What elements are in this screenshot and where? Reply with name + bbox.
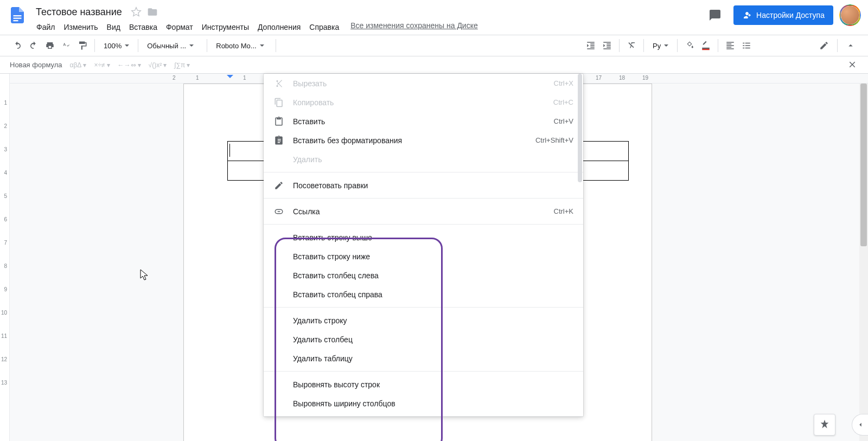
ctx-удалить-таблицу[interactable]: Удалить таблицу [264, 349, 583, 368]
svg-rect-3 [702, 49, 710, 50]
indent-marker-icon[interactable] [227, 75, 233, 81]
ctx-item-label: Копировать [293, 98, 334, 107]
eq-arrows-dropdown[interactable]: ←→⇔ ▾ [118, 61, 141, 69]
ctx-посоветовать-правки[interactable]: Посоветовать правки [264, 176, 583, 195]
eq-operators-dropdown[interactable]: ×÷≠ ▾ [94, 61, 110, 69]
mouse-cursor-icon [140, 269, 150, 281]
vertical-scrollbar[interactable] [859, 84, 868, 441]
ctx-item-label: Выровнять ширину столбцов [293, 399, 395, 408]
share-button-label: Настройки Доступа [756, 11, 825, 20]
toolbar: 100% Обычный ... Roboto Mo... Ру [0, 35, 868, 56]
menu-insert[interactable]: Вставка [125, 21, 161, 34]
ctx-вставить-столбец-слева[interactable]: Вставить столбец слева [264, 266, 583, 285]
cut-icon [273, 78, 284, 89]
star-icon[interactable] [131, 7, 142, 17]
edit-suggest-icon [273, 180, 284, 191]
line-spacing-button[interactable] [739, 38, 754, 53]
ctx-item-label: Удалить таблицу [293, 354, 353, 363]
collapse-toolbar-button[interactable] [843, 38, 858, 53]
zoom-dropdown[interactable]: 100% [99, 38, 133, 53]
menu-format[interactable]: Формат [162, 21, 197, 34]
close-equation-bar-button[interactable] [847, 60, 857, 71]
ctx-копировать: КопироватьCtrl+C [264, 93, 583, 112]
share-button[interactable]: Настройки Доступа [733, 5, 833, 25]
equation-label[interactable]: Новая формула [10, 61, 62, 69]
ctx-item-label: Вставить столбец слева [293, 271, 379, 280]
fill-color-button[interactable] [682, 38, 697, 53]
font-dropdown[interactable]: Roboto Mo... [212, 38, 271, 53]
indent-increase-button[interactable] [599, 38, 615, 53]
ctx-удалить-столбец[interactable]: Удалить столбец [264, 330, 583, 349]
ctx-shortcut: Ctrl+X [554, 79, 573, 87]
ctx-item-label: Вставить строку ниже [293, 252, 370, 261]
eq-calculus-dropdown[interactable]: ∫∑π ▾ [174, 61, 190, 69]
ctx-shortcut: Ctrl+Shift+V [535, 136, 573, 144]
explore-button[interactable] [814, 414, 835, 436]
menu-tools[interactable]: Инструменты [198, 21, 253, 34]
ctx-вырезать: ВырезатьCtrl+X [264, 74, 583, 93]
ctx-item-label: Посоветовать правки [293, 181, 368, 190]
svg-rect-1 [14, 18, 22, 19]
header: Тестовое название Файл Изменить Вид Вста… [0, 0, 868, 35]
ctx-удалить: Удалить [264, 150, 583, 169]
context-menu-scrollbar[interactable] [577, 74, 583, 417]
ctx-item-label: Вставить столбец справа [293, 290, 382, 299]
align-button[interactable] [723, 38, 738, 53]
ctx-вставить-столбец-справа[interactable]: Вставить столбец справа [264, 285, 583, 304]
undo-button[interactable] [10, 38, 25, 53]
context-menu: ВырезатьCtrl+XКопироватьCtrl+CВставитьCt… [264, 74, 583, 417]
paint-format-button[interactable] [75, 38, 90, 53]
vertical-ruler[interactable]: 1 2 3 4 5 6 7 8 9 10 11 12 13 [0, 74, 10, 441]
spellcheck-button[interactable] [59, 38, 74, 53]
ctx-удалить-строку[interactable]: Удалить строку [264, 311, 583, 330]
print-button[interactable] [42, 38, 58, 53]
menubar: Файл Изменить Вид Вставка Формат Инструм… [33, 21, 343, 34]
ctx-item-label: Выровнять высоту строк [293, 380, 380, 389]
ctx-item-label: Вставить без форматирования [293, 136, 402, 145]
ctx-shortcut: Ctrl+K [554, 207, 573, 215]
indent-decrease-button[interactable] [583, 38, 598, 53]
docs-logo-icon[interactable] [7, 4, 28, 26]
ctx-вставить-строку-ниже[interactable]: Вставить строку ниже [264, 247, 583, 266]
text-cursor [229, 144, 230, 157]
ctx-ссылка[interactable]: СсылкаCtrl+K [264, 202, 583, 221]
menu-file[interactable]: Файл [33, 21, 59, 34]
ctx-вставить[interactable]: ВставитьCtrl+V [264, 112, 583, 131]
menu-edit[interactable]: Изменить [60, 21, 101, 34]
copy-icon [273, 97, 284, 108]
title-area: Тестовое название Файл Изменить Вид Вста… [33, 4, 343, 34]
save-status-link[interactable]: Все изменения сохранены на Диске [350, 21, 478, 30]
document-title[interactable]: Тестовое название [33, 4, 125, 20]
border-color-button[interactable] [698, 38, 713, 53]
editing-mode-button[interactable] [816, 38, 832, 53]
ctx-item-label: Вставить [293, 117, 325, 126]
ctx-выровнять-ширину-столбцов[interactable]: Выровнять ширину столбцов [264, 394, 583, 413]
ctx-item-label: Удалить [293, 155, 322, 164]
redo-button[interactable] [26, 38, 41, 53]
equation-toolbar: Новая формула αβΔ ▾ ×÷≠ ▾ ←→⇔ ▾ √()x² ▾ … [0, 56, 868, 74]
svg-rect-0 [14, 15, 22, 16]
ctx-выровнять-высоту-строк[interactable]: Выровнять высоту строк [264, 375, 583, 394]
eq-greek-dropdown[interactable]: αβΔ ▾ [70, 61, 87, 69]
ctx-shortcut: Ctrl+V [554, 117, 573, 125]
input-language-dropdown[interactable]: Ру [648, 38, 673, 53]
paste-icon [273, 116, 284, 127]
menu-help[interactable]: Справка [305, 21, 343, 34]
ctx-item-label: Удалить строку [293, 316, 347, 325]
svg-rect-2 [14, 20, 18, 21]
menu-addons[interactable]: Дополнения [254, 21, 304, 34]
ctx-item-label: Ссылка [293, 207, 320, 216]
ctx-вставить-строку-выше[interactable]: Вставить строку выше [264, 228, 583, 247]
comments-button[interactable] [704, 4, 726, 26]
link-icon [273, 206, 284, 217]
account-avatar[interactable] [841, 6, 859, 24]
ctx-вставить-без-форматирования[interactable]: Вставить без форматированияCtrl+Shift+V [264, 131, 583, 150]
clear-format-button[interactable] [624, 38, 639, 53]
move-to-folder-icon[interactable] [147, 7, 158, 17]
ctx-shortcut: Ctrl+C [553, 98, 573, 106]
scrollbar-thumb[interactable] [860, 84, 867, 246]
eq-roots-dropdown[interactable]: √()x² ▾ [149, 61, 167, 69]
menu-view[interactable]: Вид [103, 21, 124, 34]
paragraph-style-dropdown[interactable]: Обычный ... [143, 38, 202, 53]
paste-plain-icon [273, 135, 284, 146]
